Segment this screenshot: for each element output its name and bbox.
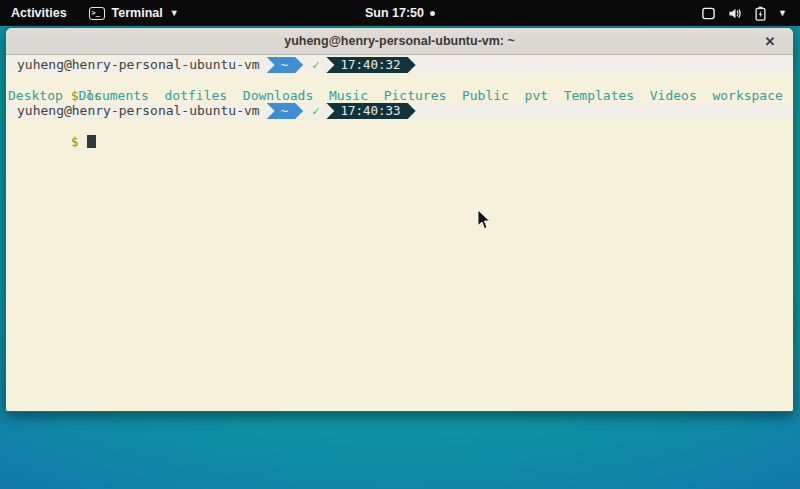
app-menu-terminal[interactable]: >_ Terminal ▼ <box>78 0 190 26</box>
prompt-user-host: yuheng@henry-personal-ubuntu-vm <box>8 57 260 73</box>
notification-dot-icon <box>430 11 435 16</box>
prompt-symbol: $ <box>71 134 79 149</box>
display-icon <box>701 6 716 21</box>
cwd-label: ~ <box>281 57 289 73</box>
time-label: 17:40:32 <box>340 57 400 73</box>
prompt-user-host: yuheng@henry-personal-ubuntu-vm <box>8 103 260 119</box>
mouse-cursor-icon <box>477 209 491 230</box>
status-check-icon: ✓ <box>312 103 319 119</box>
cwd-segment: ~ <box>267 57 304 73</box>
chevron-down-icon: ▼ <box>778 9 787 18</box>
battery-charging-icon <box>754 6 767 21</box>
top-bar-right: ▼ <box>688 0 800 26</box>
terminal-window: yuheng@henry-personal-ubuntu-vm: ~ ✕ yuh… <box>5 27 794 412</box>
clock-label: Sun 17:50 <box>365 6 424 20</box>
app-menu-label: Terminal <box>112 6 163 20</box>
cwd-segment: ~ <box>267 103 304 119</box>
terminal-content[interactable]: yuheng@henry-personal-ubuntu-vm ~ ✓ 17:4… <box>6 55 793 412</box>
terminal-app-icon: >_ <box>89 7 105 20</box>
prompt-line-1: yuheng@henry-personal-ubuntu-vm ~ ✓ 17:4… <box>8 57 791 73</box>
volume-icon <box>727 6 743 21</box>
window-title: yuheng@henry-personal-ubuntu-vm: ~ <box>284 34 515 48</box>
current-command-line: $ <box>8 119 791 134</box>
chevron-down-icon: ▼ <box>170 9 179 18</box>
close-button[interactable]: ✕ <box>757 28 783 55</box>
time-label: 17:40:33 <box>340 103 400 119</box>
cwd-label: ~ <box>281 103 289 119</box>
top-bar: Activities >_ Terminal ▼ Sun 17:50 <box>0 0 800 26</box>
activities-button[interactable]: Activities <box>0 0 78 26</box>
desktop-background: Activities >_ Terminal ▼ Sun 17:50 <box>0 0 800 489</box>
prompt-line-2: yuheng@henry-personal-ubuntu-vm ~ ✓ 17:4… <box>8 103 791 119</box>
text-cursor <box>87 135 96 148</box>
time-segment: 17:40:32 <box>326 57 415 73</box>
titlebar[interactable]: yuheng@henry-personal-ubuntu-vm: ~ ✕ <box>6 28 793 55</box>
system-status-menu[interactable]: ▼ <box>688 0 800 26</box>
command-line: $ls <box>8 73 791 88</box>
clock-button[interactable]: Sun 17:50 <box>357 0 443 26</box>
ls-output: Desktop Documents dotfiles Downloads Mus… <box>8 88 791 103</box>
status-check-icon: ✓ <box>312 57 319 73</box>
top-bar-left: Activities >_ Terminal ▼ <box>0 0 190 26</box>
time-segment: 17:40:33 <box>326 103 415 119</box>
